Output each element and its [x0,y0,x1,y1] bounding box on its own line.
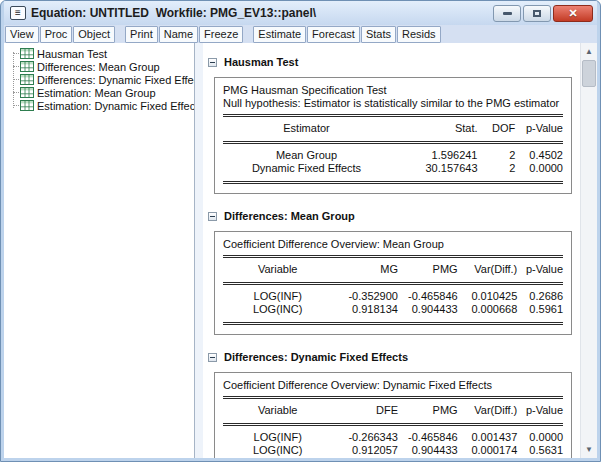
column-header: DOF [478,122,516,135]
column-header: PMG [398,263,458,276]
section-header-differences-mean-group: Differences: Mean Group [208,210,576,222]
cell-vardiff: 0.000668 [458,303,518,316]
resids-button[interactable]: Resids [397,26,441,43]
stats-button[interactable]: Stats [361,26,396,43]
cell-mg: 0.918134 [332,303,398,316]
content-area: Hausman Test Differences: Mean Group Dif… [4,43,597,458]
column-header: Variable [223,404,332,417]
print-button[interactable]: Print [125,26,158,43]
cell-stat: 1.596241 [390,149,477,162]
cell-pvalue: 0.2686 [517,290,563,303]
maximize-button[interactable] [523,5,551,22]
minus-icon [210,62,215,63]
object-button[interactable]: Object [73,26,115,43]
minimize-icon [503,12,512,15]
cell-pmg: -0.465846 [398,290,458,303]
column-header: Var(Diff.) [458,263,518,276]
panel-splitter[interactable] [195,43,203,458]
section-title: Differences: Mean Group [224,210,355,222]
table-rule [223,396,563,399]
tree-connector [13,105,19,106]
toolbar: View Proc Object Print Name Freeze Estim… [4,25,597,43]
column-header: Var(Diff.) [458,404,518,417]
cell-variable: LOG(INC) [223,444,332,457]
vertical-scrollbar: ▲ ▼ [580,43,597,458]
section-header-differences-dfe: Differences: Dynamic Fixed Effects [208,351,576,363]
table-row: LOG(INC) 0.912057 0.904433 0.000174 0.56… [223,444,563,457]
tree-connector [13,79,19,80]
cell-pmg: 0.904433 [398,303,458,316]
cell-vardiff: 0.000174 [458,444,518,457]
column-header: Variable [223,263,332,276]
collapse-icon[interactable] [208,58,217,67]
section-title: Differences: Dynamic Fixed Effects [224,351,408,363]
table-icon [20,74,34,85]
tree-item-estimation-mean-group[interactable]: Estimation: Mean Group [8,86,192,99]
column-header: Stat. [390,122,477,135]
scrollbar-thumb[interactable] [582,60,596,87]
cell-variable: LOG(INC) [223,303,332,316]
table-icon [20,61,34,72]
scroll-up-arrow-icon[interactable]: ▲ [581,43,597,60]
cell-stat: 30.157643 [390,162,477,175]
estimate-button[interactable]: Estimate [253,26,306,43]
close-icon: ✕ [568,7,577,20]
table-rule [223,141,563,144]
tree-item-label: Differences: Dynamic Fixed Effects [37,74,195,86]
proc-button[interactable]: Proc [40,26,73,43]
tree-connector [13,92,19,93]
view-button[interactable]: View [5,26,39,43]
cell-pvalue: 0.0000 [517,431,563,444]
cell-vardiff: 0.001437 [458,431,518,444]
tree-item-label: Hausman Test [37,48,107,60]
forecast-button[interactable]: Forecast [307,26,360,43]
table-rule [223,181,563,184]
column-header: p-Value [515,122,563,135]
spool-output-panel: Hausman Test PMG Hausman Specification T… [203,43,580,458]
close-button[interactable]: ✕ [553,5,593,22]
cell-estimator: Dynamic Fixed Effects [223,162,390,175]
column-header: DFE [332,404,398,417]
name-button[interactable]: Name [159,26,198,43]
scrollbar-track[interactable] [581,87,597,441]
collapse-icon[interactable] [208,212,217,221]
toolbar-group-general: Print Name Freeze [125,26,244,43]
tree-item-differences-mean-group[interactable]: Differences: Mean Group [8,60,192,73]
table-header-row: Variable DFE PMG Var(Diff.) p-Value [223,403,563,419]
output-title-line: Coefficient Difference Overview: Dynamic… [223,379,563,392]
collapse-icon[interactable] [208,353,217,362]
differences-mean-group-output-box: Coefficient Difference Overview: Mean Gr… [214,231,572,335]
cell-variable: LOG(INF) [223,290,332,303]
cell-pvalue: 0.4502 [515,149,563,162]
window-title: Equation: UNTITLED Workfile: PMG_EV13::p… [31,6,493,20]
cell-dof: 2 [478,149,516,162]
column-header: PMG [398,404,458,417]
hausman-test-output-box: PMG Hausman Specification Test Null hypo… [214,77,572,194]
toolbar-group-equation: Estimate Forecast Stats Resids [253,26,441,43]
cell-pmg: -0.465846 [398,431,458,444]
tree-connector [13,66,19,67]
table-icon [20,87,34,98]
tree-item-differences-dfe[interactable]: Differences: Dynamic Fixed Effects [8,73,192,86]
cell-mg: -0.352900 [332,290,398,303]
table-row: LOG(INF) -0.352900 -0.465846 0.010425 0.… [223,290,563,303]
freeze-button[interactable]: Freeze [199,26,243,43]
tree-item-hausman-test[interactable]: Hausman Test [8,47,192,60]
cell-dfe: 0.912057 [332,444,398,457]
table-row: Dynamic Fixed Effects 30.157643 2 0.0000 [223,162,563,175]
minimize-button[interactable] [493,5,521,22]
table-header-row: Variable MG PMG Var(Diff.) p-Value [223,262,563,278]
cell-estimator: Mean Group [223,149,390,162]
table-row: LOG(INC) 0.918134 0.904433 0.000668 0.59… [223,303,563,316]
cell-vardiff: 0.010425 [458,290,518,303]
table-row: Mean Group 1.596241 2 0.4502 [223,149,563,162]
table-rule [223,423,563,426]
section-header-hausman-test: Hausman Test [208,56,576,68]
title-bar: ≡ Equation: UNTITLED Workfile: PMG_EV13:… [4,1,597,25]
scroll-down-arrow-icon[interactable]: ▼ [581,441,597,458]
cell-pvalue: 0.5961 [517,303,563,316]
table-rule [223,322,563,325]
equation-menu-icon[interactable]: ≡ [10,6,26,20]
tree-item-estimation-dfe[interactable]: Estimation: Dynamic Fixed Effects [8,99,192,112]
cell-pmg: 0.904433 [398,444,458,457]
